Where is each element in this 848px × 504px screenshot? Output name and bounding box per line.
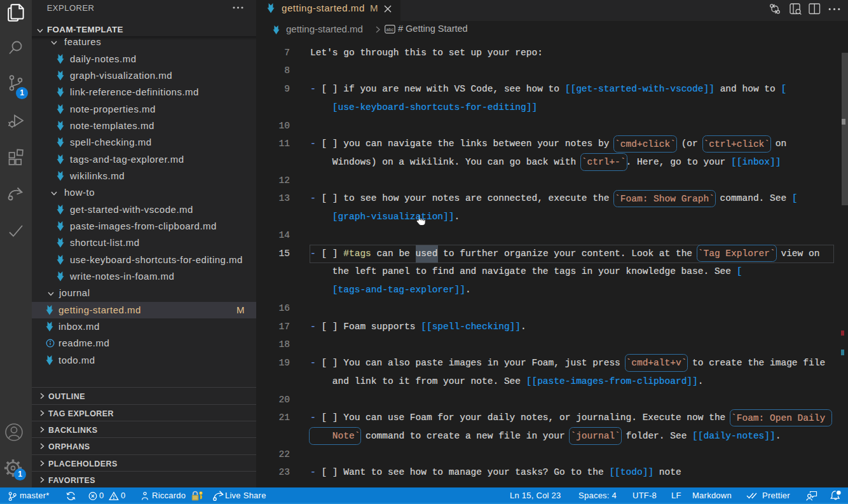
svg-text:abc: abc <box>386 27 393 31</box>
